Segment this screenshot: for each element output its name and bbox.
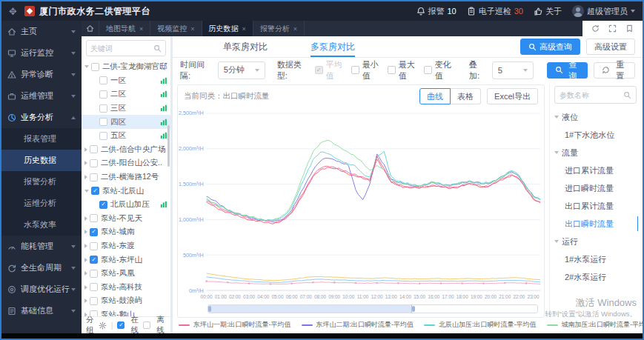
advanced-query-button[interactable]: 高级查询	[520, 39, 580, 55]
offline-checkbox[interactable]	[143, 321, 150, 329]
legend-item[interactable]: 城南加压:出口瞬时流量-平均值	[547, 320, 643, 330]
tree-checkbox[interactable]	[90, 256, 98, 264]
param-item-2#水泵运行[interactable]: 2#水泵运行	[554, 268, 638, 286]
datatype-checkbox-最小值[interactable]: 最小值	[351, 59, 383, 81]
reset-button[interactable]: 重置	[594, 62, 635, 79]
caret-right-icon[interactable]	[84, 147, 87, 152]
tab-地图导航[interactable]: 地图导航×	[99, 21, 150, 36]
interval-select[interactable]: 5分钟	[218, 61, 265, 79]
close-icon[interactable]: ×	[139, 25, 143, 33]
online-checkbox[interactable]	[117, 321, 125, 329]
datazoom-handle-right[interactable]	[412, 306, 415, 312]
tree-item-五区[interactable]: 五区	[82, 129, 170, 143]
tree-item-四区[interactable]: 四区	[82, 115, 170, 129]
legend-item[interactable]: 东坪山一期:出口瞬时流量-平均值	[179, 320, 291, 330]
param-item-1#水泵运行[interactable]: 1#水泵运行	[554, 250, 638, 268]
param-group-流量[interactable]: 流量	[554, 144, 638, 161]
datazoom-selected[interactable]	[208, 305, 412, 313]
tree-checkbox[interactable]	[99, 90, 107, 99]
tree-checkbox[interactable]	[99, 76, 107, 84]
tree-checkbox[interactable]	[99, 118, 107, 126]
caret-right-icon[interactable]	[84, 258, 87, 262]
param-item-出口累计流量[interactable]: 出口累计流量	[554, 197, 638, 215]
param-group-运行[interactable]: 运行	[554, 233, 638, 250]
tree-checkbox[interactable]	[91, 187, 99, 195]
fullscreen-icon[interactable]	[608, 24, 617, 33]
caret-right-icon[interactable]	[84, 299, 87, 303]
tab-报警分析[interactable]: 报警分析×	[253, 21, 305, 36]
param-group-液位[interactable]: 液位	[554, 108, 638, 126]
tree-item-二供-宝龙御湖官邸[interactable]: 二供-宝龙御湖官邸	[82, 60, 170, 74]
sidebar-subitem-历史数据[interactable]: 历史数据	[1, 150, 82, 171]
sidebar-item-主页[interactable]: 主页	[1, 21, 82, 42]
tab-视频监控[interactable]: 视频监控×	[150, 21, 202, 36]
caret-right-icon[interactable]	[84, 244, 87, 248]
alarm-menu[interactable]: 报警 10	[416, 6, 457, 17]
tree-item-二区[interactable]: 二区	[82, 87, 170, 101]
param-item-进口累计流量[interactable]: 进口累计流量	[554, 161, 638, 179]
tree-item-泵站-北辰山[interactable]: 泵站-北辰山	[82, 184, 170, 198]
datazoom-slider[interactable]	[208, 304, 538, 313]
tree-item-二供-横海路12号[interactable]: 二供-横海路12号	[82, 170, 170, 184]
search-icon[interactable]	[623, 91, 631, 99]
move-handle-icon[interactable]: ✥	[9, 6, 17, 17]
search-icon[interactable]	[153, 44, 162, 53]
sidebar-subitem-报警分析[interactable]: 报警分析	[1, 171, 82, 193]
sidebar-item-调度优化运行[interactable]: 调度优化运行	[1, 279, 82, 300]
tree-scrollbar[interactable]	[167, 125, 170, 167]
home-tab[interactable]	[82, 21, 99, 36]
caret-right-icon[interactable]	[84, 161, 87, 165]
bookmark-icon[interactable]	[625, 24, 634, 33]
inspection-menu[interactable]: 电子巡检 30	[467, 6, 523, 17]
user-menu[interactable]: 超级管理员	[572, 5, 635, 17]
caret-right-icon[interactable]	[84, 230, 87, 234]
query-button[interactable]: 查询	[547, 62, 588, 79]
caret-down-icon[interactable]	[84, 65, 89, 68]
tree-item-泵站-凤凰[interactable]: 泵站-凤凰	[82, 267, 170, 281]
tree-checkbox[interactable]	[90, 310, 98, 316]
tree-search-input[interactable]	[90, 44, 153, 53]
sidebar-item-运行监控[interactable]: 运行监控	[1, 42, 82, 64]
tree-item-二供-阳台山公安..[interactable]: 二供-阳台山公安..	[82, 156, 170, 170]
sidebar-item-异常诊断[interactable]: 异常诊断	[1, 64, 82, 85]
view-button-Excel导出[interactable]: Excel导出	[487, 88, 538, 104]
tree-item-泵站-高科技[interactable]: 泵站-高科技	[82, 281, 170, 295]
tree-item-泵站-东渡[interactable]: 泵站-东渡	[82, 239, 170, 253]
close-icon[interactable]: ×	[190, 25, 194, 33]
datatype-checkbox-变化值[interactable]: 变化值	[424, 59, 456, 81]
tree-checkbox[interactable]	[90, 228, 98, 236]
datatype-checkbox-最大值[interactable]: 最大值	[388, 59, 419, 81]
tree-checkbox[interactable]	[90, 283, 98, 291]
tree-item-泵站-城南[interactable]: 泵站-城南	[82, 225, 170, 239]
tree-item-泵站-东坪山[interactable]: 泵站-东坪山	[82, 253, 170, 267]
tree-checkbox[interactable]	[90, 214, 98, 222]
tree-item-二供-信合中央广场[interactable]: 二供-信合中央广场	[82, 143, 170, 157]
tree-checkbox[interactable]	[90, 242, 98, 250]
tree-checkbox[interactable]	[99, 201, 107, 209]
tree-checkbox[interactable]	[99, 132, 107, 140]
tree-checkbox[interactable]	[90, 297, 98, 305]
datatype-checkbox-平均值[interactable]: 平均值	[315, 59, 347, 81]
datazoom-handle-left[interactable]	[208, 306, 211, 312]
tree-checkbox[interactable]	[90, 173, 98, 181]
param-item-出口瞬时流量[interactable]: 出口瞬时流量	[554, 215, 638, 233]
sidebar-item-基础信息[interactable]: 基础信息	[1, 300, 82, 321]
param-search-input[interactable]	[560, 91, 623, 99]
about-menu[interactable]: 关于	[534, 6, 562, 17]
caret-right-icon[interactable]	[84, 313, 87, 316]
tree-checkbox[interactable]	[90, 159, 98, 167]
sidebar-subitem-运维分析[interactable]: 运维分析	[1, 193, 82, 214]
caret-right-icon[interactable]	[84, 175, 87, 179]
caret-down-icon[interactable]	[84, 190, 89, 193]
tree-checkbox[interactable]	[90, 145, 98, 153]
tree-item-泵站-不见天[interactable]: 泵站-不见天	[82, 212, 170, 226]
tab-单泵房对比[interactable]: 单泵房对比	[223, 36, 268, 57]
sidebar-subitem-报表管理[interactable]: 报表管理	[1, 128, 82, 150]
sidebar-item-运维管理[interactable]: 运维管理	[1, 85, 82, 107]
sidebar-subitem-水泵效率[interactable]: 水泵效率	[1, 214, 82, 236]
tree-checkbox[interactable]	[90, 270, 98, 278]
caret-right-icon[interactable]	[84, 216, 87, 221]
view-button-表格[interactable]: 表格	[451, 88, 481, 104]
tab-历史数据[interactable]: 历史数据×	[202, 21, 253, 36]
gear-icon[interactable]	[99, 321, 107, 330]
